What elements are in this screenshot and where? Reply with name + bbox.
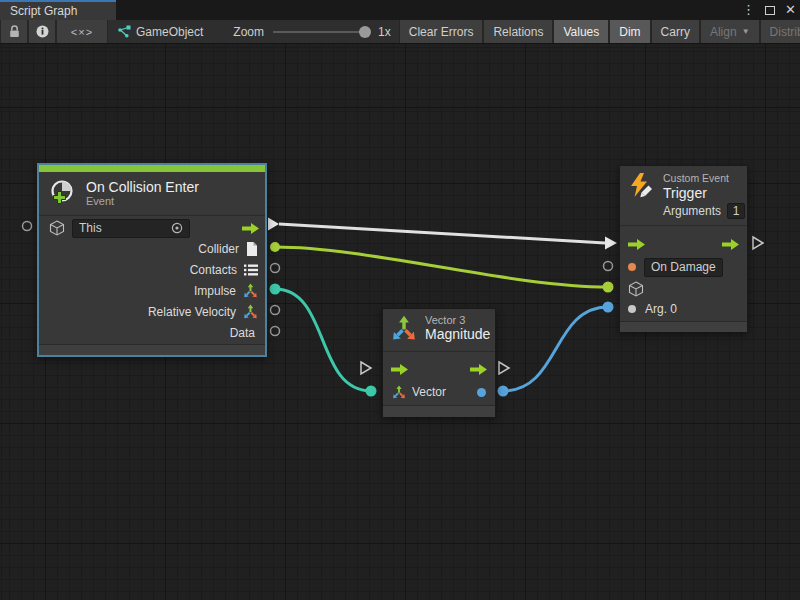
wire-impulse[interactable] [275, 289, 371, 391]
node-subtitle: Event [86, 195, 199, 207]
node-vector3-magnitude[interactable]: Vector 3 Magnitude Vector [382, 308, 496, 417]
event-name-field[interactable]: On Damage [644, 258, 723, 277]
arguments-label: Arguments [663, 204, 721, 218]
lock-icon [9, 25, 20, 38]
node-category: Custom Event [663, 172, 745, 184]
cube-icon [49, 220, 65, 236]
event-name-input-port[interactable] [604, 262, 613, 271]
magnitude-inner-port[interactable] [477, 388, 486, 397]
graph-canvas[interactable]: On Collision Enter Event This [0, 44, 800, 600]
relative-velocity-output-port[interactable] [271, 306, 280, 315]
custom-event-icon [628, 172, 654, 219]
target-field[interactable]: This [72, 219, 190, 238]
info-icon [36, 25, 49, 38]
node-footer [620, 321, 747, 332]
graph-icon [116, 25, 131, 38]
vector3-icon [391, 315, 417, 341]
wire-collider[interactable] [275, 247, 608, 287]
zoom-control: Zoom 1x [225, 20, 398, 43]
node-type-label: Vector 3 [425, 314, 490, 326]
collider-output-port[interactable] [270, 242, 280, 252]
tab-script-graph[interactable]: Script Graph [0, 0, 116, 20]
dim-button[interactable]: Dim [609, 20, 650, 43]
zoom-value: 1x [378, 25, 391, 39]
values-button[interactable]: Values [553, 20, 609, 43]
node-title: Magnitude [425, 326, 490, 342]
object-picker-icon[interactable] [171, 222, 183, 234]
zoom-slider-knob[interactable] [359, 26, 371, 38]
arg0-input-port[interactable] [603, 302, 614, 313]
clear-errors-button[interactable]: Clear Errors [399, 20, 484, 43]
flow-arrow-icon [628, 239, 645, 250]
flow-arrow-icon [391, 364, 408, 375]
zoom-slider[interactable] [273, 31, 369, 33]
impulse-output-port[interactable] [270, 284, 281, 295]
node-trigger-custom-event[interactable]: Custom Event Trigger Arguments 1 [619, 165, 748, 332]
event-accent-bar [39, 165, 265, 172]
wire-magnitude[interactable] [503, 307, 608, 391]
flow-output-port-magnitude[interactable] [499, 362, 509, 374]
vector3-icon [392, 385, 406, 399]
arg0-inner-port[interactable] [628, 305, 636, 313]
node-footer [383, 405, 495, 417]
zoom-label: Zoom [233, 25, 264, 39]
node-footer [39, 344, 265, 355]
chevron-down-icon: ▼ [742, 27, 750, 36]
graph-toolbar: <×> GameObject Zoom 1x Clear Errors Rela… [0, 20, 800, 44]
list-icon [244, 264, 258, 276]
code-icon: <×> [71, 26, 93, 38]
arguments-field[interactable]: 1 [727, 203, 745, 219]
lock-button[interactable] [0, 20, 28, 43]
target-input-port[interactable] [603, 282, 614, 293]
event-target-input-port[interactable] [23, 222, 32, 231]
flow-arrow-icon [722, 239, 739, 250]
graph-target[interactable]: GameObject [108, 20, 211, 43]
contacts-output-port[interactable] [271, 264, 280, 273]
tab-title: Script Graph [10, 4, 77, 18]
vector3-icon [243, 304, 258, 319]
script-graph-window: Script Graph ⋮ ✕ <×> GameObjec [0, 0, 800, 600]
collision-event-icon [47, 178, 77, 208]
flow-input-port-magnitude[interactable] [361, 362, 371, 374]
align-button[interactable]: Align▼ [700, 20, 760, 43]
info-button[interactable] [28, 20, 56, 43]
window-menu-icon[interactable]: ⋮ [742, 0, 755, 20]
flow-output-port-trigger[interactable] [753, 237, 763, 249]
carry-button[interactable]: Carry [651, 20, 700, 43]
tab-bar: Script Graph ⋮ ✕ [0, 0, 800, 20]
distribute-button[interactable]: Distribute▼ [760, 20, 800, 43]
document-icon [246, 242, 258, 256]
node-title: Trigger [663, 185, 745, 201]
relations-button[interactable]: Relations [483, 20, 553, 43]
cube-icon [628, 281, 644, 297]
vector-input-port[interactable] [366, 386, 377, 397]
gameobject-label: GameObject [136, 25, 203, 39]
code-view-button[interactable]: <×> [56, 20, 108, 43]
flow-arrow-icon [470, 364, 487, 375]
flow-arrow-icon [242, 223, 259, 234]
node-on-collision-enter[interactable]: On Collision Enter Event This [37, 163, 267, 357]
magnitude-output-port[interactable] [498, 386, 509, 397]
vector3-icon [243, 283, 258, 298]
flow-output-port-event[interactable] [268, 218, 279, 231]
event-name-inner-port[interactable] [628, 263, 636, 271]
close-icon[interactable]: ✕ [785, 0, 796, 20]
flow-input-port-trigger[interactable] [605, 237, 617, 250]
data-output-port[interactable] [271, 327, 280, 336]
wire-flow[interactable] [279, 224, 605, 243]
maximize-icon[interactable] [765, 6, 775, 15]
node-title: On Collision Enter [86, 179, 199, 195]
